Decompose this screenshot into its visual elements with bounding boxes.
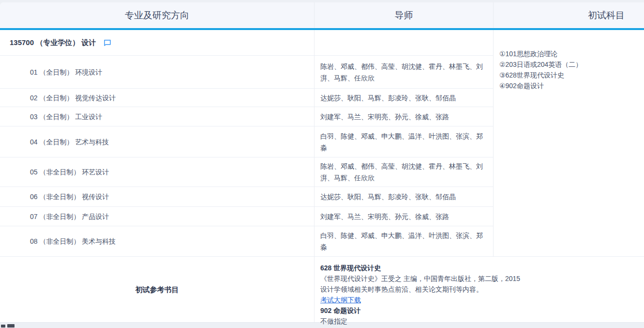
advisors-row-04: 白羽、陈健、邓威、申大鹏、温洋、叶洪图、张滨、郑淼: [315, 126, 494, 157]
book-628-title: 628 世界现代设计史: [320, 263, 644, 273]
direction-row-04: 04 （全日制） 艺术与科技: [0, 126, 315, 157]
direction-row-01: 01 （全日制） 环境设计: [0, 56, 315, 89]
table-header-row: 专业及研究方向 导师 初试科目: [0, 2, 644, 30]
exam-outline-download-link[interactable]: 考试大纲下载: [320, 296, 361, 304]
direction-row-07: 07 （非全日制） 产品设计: [0, 207, 315, 226]
exam-subject-2: ②203日语或204英语（二）: [499, 59, 644, 70]
header-col-advisors: 导师: [315, 2, 494, 28]
direction-row-08: 08 （非全日制） 美术与科技: [0, 226, 315, 257]
book-902-title: 902 命题设计: [320, 305, 644, 316]
advisors-row-08: 白羽、陈健、邓威、申大鹏、温洋、叶洪图、张滨、郑淼: [315, 226, 494, 257]
advisors-row-01: 陈岩、邓威、都伟、高莹、胡沈健、霍丹、林墨飞、刘湃、马辉、任欣欣: [315, 56, 494, 89]
advisors-row-07: 刘建军、马兰、宋明亮、孙元、徐威、张路: [315, 207, 494, 226]
header-col-subjects: 初试科目: [494, 2, 644, 28]
reference-books-label: 初试参考书目: [0, 257, 315, 322]
exam-subject-4: ④902命题设计: [499, 80, 644, 91]
program-code-row: 135700 （专业学位） 设计: [0, 30, 315, 56]
exam-subjects-cell: ①101思想政治理论 ②203日语或204英语（二） ③628世界现代设计史 ④…: [494, 30, 644, 257]
exam-subject-3: ③628世界现代设计史: [499, 70, 644, 80]
header-col-direction: 专业及研究方向: [0, 2, 315, 28]
clipped-text-fragment: [7, 324, 15, 328]
comment-bubble-icon[interactable]: [104, 39, 111, 47]
advisors-row-03: 刘建军、马兰、宋明亮、孙元、徐威、张路: [315, 107, 494, 126]
page-bottom-strip: [0, 320, 644, 328]
admissions-table: 专业及研究方向 导师 初试科目 135700 （专业学位） 设计 01 （全日制…: [0, 2, 644, 323]
advisors-row-06: 达妮莎、耿阳、马辉、彭凌玲、张耿、邹佰晶: [315, 187, 494, 207]
advisors-row-05: 陈岩、邓威、都伟、高莹、胡沈健、霍丹、林墨飞、刘湃、马辉、任欣欣: [315, 157, 494, 187]
direction-row-05: 05 （非全日制） 环艺设计: [0, 157, 315, 187]
exam-subject-1: ①101思想政治理论: [499, 48, 644, 59]
program-code-label: 135700 （专业学位） 设计: [10, 37, 96, 48]
clipped-text-fragment: [1, 325, 5, 328]
program-row-advisors-empty: [315, 30, 494, 56]
table-body: 135700 （专业学位） 设计 01 （全日制） 环境设计 陈岩、邓威、都伟、…: [0, 30, 644, 322]
page: 专业及研究方向 导师 初试科目 135700 （专业学位） 设计 01 （全日制…: [0, 0, 644, 328]
direction-row-06: 06 （非全日制） 视传设计: [0, 187, 315, 207]
direction-row-03: 03 （全日制） 工业设计: [0, 107, 315, 126]
book-628-note: 设计学领域相关时事热点前沿、相关论文期刊等内容。: [320, 284, 644, 295]
reference-books-content: 628 世界现代设计史 《世界现代设计史》王受之 主编，中国青年出版社，第二版，…: [315, 257, 644, 322]
direction-row-02: 02 （全日制） 视觉传达设计: [0, 89, 315, 107]
book-628-detail: 《世界现代设计史》王受之 主编，中国青年出版社，第二版，2015: [320, 273, 644, 284]
advisors-row-02: 达妮莎、耿阳、马辉、彭凌玲、张耿、邹佰晶: [315, 89, 494, 107]
